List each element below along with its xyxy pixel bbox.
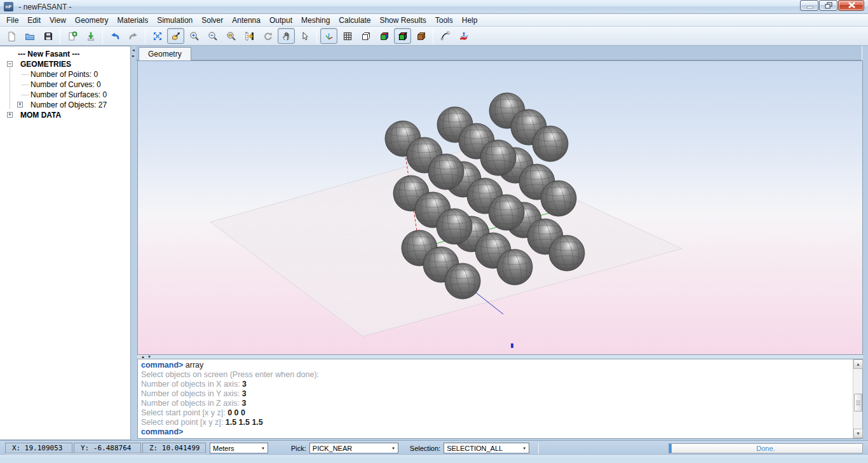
save-file-button[interactable] xyxy=(39,28,57,44)
menu-geometry[interactable]: Geometry xyxy=(71,15,113,26)
console-line: Number of objects in Y axis: 3 xyxy=(141,389,851,399)
menu-solver[interactable]: Solver xyxy=(197,15,227,26)
minimize-button[interactable] xyxy=(800,0,818,11)
command-console[interactable]: command> arraySelect objects on screen (… xyxy=(137,359,863,439)
sphere-object[interactable] xyxy=(549,235,585,272)
menu-simulation[interactable]: Simulation xyxy=(153,15,197,26)
import-file-button[interactable] xyxy=(82,28,99,44)
new-geometry-button[interactable] xyxy=(64,28,81,44)
zoom-in-button[interactable] xyxy=(186,28,203,44)
menubar: FileEditViewGeometryMaterialsSimulationS… xyxy=(0,14,868,27)
surface-normals-icon xyxy=(459,31,469,41)
sphere-object[interactable] xyxy=(445,263,480,300)
undo-button[interactable] xyxy=(106,28,123,44)
menu-tools[interactable]: Tools xyxy=(431,15,458,26)
main-area: --- New Fasant ---−GEOMETRIESNumber of P… xyxy=(0,46,868,440)
console-line: command> array xyxy=(141,361,851,370)
console-line: Number of objects in Z axis: 3 xyxy=(141,399,851,408)
sphere-object[interactable] xyxy=(532,125,568,162)
fit-view-button[interactable] xyxy=(149,28,166,44)
pick-label: Pick: xyxy=(291,445,306,452)
tree-item-number-of-points-0[interactable]: Number of Points: 0 xyxy=(31,69,98,79)
expand-icon[interactable]: + xyxy=(7,112,13,118)
menu-edit[interactable]: Edit xyxy=(23,15,45,26)
console-scrollbar[interactable]: ▲ ▼ xyxy=(853,359,862,438)
show-grid-button[interactable] xyxy=(339,28,356,44)
rotate-geometry-button[interactable] xyxy=(437,28,454,44)
sphere-object[interactable] xyxy=(428,153,464,190)
surface-normals-button[interactable] xyxy=(455,28,472,44)
menu-file[interactable]: File xyxy=(2,15,23,26)
console-line: Select start point [x y z]: 0 0 0 xyxy=(141,408,851,418)
menu-help[interactable]: Help xyxy=(458,15,482,26)
statusbar-separator xyxy=(538,443,539,454)
scrollbar-thumb[interactable] xyxy=(854,394,862,411)
zoom-out-button[interactable] xyxy=(204,28,221,44)
menu-output[interactable]: Output xyxy=(265,15,297,26)
menu-meshing[interactable]: Meshing xyxy=(297,15,334,26)
sphere-object[interactable] xyxy=(541,180,576,217)
pick-combo[interactable]: PICK_NEAR ▼ xyxy=(309,443,398,453)
pan-hand-button[interactable] xyxy=(278,28,295,44)
content-area: Geometry ▲ ▼ command> arraySelect object… xyxy=(136,46,868,440)
textured-mode-button[interactable] xyxy=(412,28,430,44)
coord-z: Z: 10.041499 xyxy=(142,443,206,453)
menu-show-results[interactable]: Show Results xyxy=(375,15,430,26)
sphere-object[interactable] xyxy=(489,194,524,231)
zoom-box-button[interactable] xyxy=(167,28,184,44)
tree-item-number-of-surfaces-0[interactable]: Number of Surfaces: 0 xyxy=(31,90,107,100)
tree-item-geometries[interactable]: GEOMETRIES xyxy=(20,59,71,69)
fit-view-icon xyxy=(153,31,163,41)
tree-connector xyxy=(22,74,29,75)
units-combo[interactable]: Meters ▼ xyxy=(210,443,268,453)
menu-antenna[interactable]: Antenna xyxy=(227,15,265,26)
viewport-3d[interactable] xyxy=(137,60,863,355)
sphere-object[interactable] xyxy=(480,139,516,176)
scroll-down-icon[interactable]: ▼ xyxy=(853,429,863,438)
sphere-object[interactable] xyxy=(497,249,532,286)
menu-materials[interactable]: Materials xyxy=(113,15,153,26)
tree-connector xyxy=(22,95,29,95)
titlebar[interactable]: nF - newFASANT - xyxy=(0,0,868,14)
restore-button[interactable] xyxy=(819,0,837,11)
scene-canvas[interactable] xyxy=(138,61,862,354)
menu-calculate[interactable]: Calculate xyxy=(334,15,375,26)
pick-combo-value: PICK_NEAR xyxy=(313,445,389,452)
tree-item-number-of-objects-27[interactable]: Number of Objects: 27 xyxy=(31,100,107,110)
close-button[interactable] xyxy=(838,0,864,11)
splitter-collapse-left-icon[interactable]: ◄ xyxy=(132,48,135,52)
pan-axis-icon xyxy=(245,31,255,41)
chevron-down-icon: ▼ xyxy=(391,446,395,450)
sphere-object[interactable] xyxy=(437,208,472,245)
redo-button[interactable] xyxy=(125,28,142,44)
vertical-splitter[interactable]: ◄ ► xyxy=(131,46,136,440)
tree-item-number-of-curves-0[interactable]: Number of Curves: 0 xyxy=(31,79,101,90)
pan-axis-button[interactable] xyxy=(241,28,258,44)
splitter-collapse-right-icon[interactable]: ► xyxy=(132,54,135,58)
chevron-down-icon: ▼ xyxy=(522,446,526,450)
show-axes-button[interactable] xyxy=(320,28,337,44)
menu-view[interactable]: View xyxy=(45,15,71,26)
wireframe-mode-button[interactable] xyxy=(357,28,374,44)
shaded-edges-mode-button[interactable] xyxy=(394,28,411,44)
zoom-window-button[interactable] xyxy=(222,28,240,44)
statusbar: X: 19.109053 Y: -6.488764 Z: 10.041499 M… xyxy=(0,440,868,455)
selection-combo[interactable]: SELECTION_ALL ▼ xyxy=(444,443,529,453)
new-geometry-icon xyxy=(67,31,78,41)
collapse-icon[interactable]: − xyxy=(7,61,13,67)
expand-icon[interactable]: + xyxy=(17,102,23,107)
open-file-button[interactable] xyxy=(21,28,38,44)
toolbar-separator xyxy=(145,29,146,44)
scroll-up-icon[interactable]: ▲ xyxy=(853,359,863,369)
console-line: Select objects on screen (Press enter wh… xyxy=(141,370,851,380)
shaded-mode-button[interactable] xyxy=(376,28,393,44)
progress-bar: Done. xyxy=(668,443,863,453)
app-icon-text: nF xyxy=(6,4,12,10)
coord-x: X: 19.109053 xyxy=(5,443,72,453)
rotate-view-button[interactable] xyxy=(259,28,276,44)
tree-root[interactable]: --- New Fasant --- xyxy=(18,49,79,59)
tree-item-mom-data[interactable]: MOM DATA xyxy=(20,110,61,120)
select-cursor-button[interactable] xyxy=(296,28,313,44)
new-file-button[interactable] xyxy=(3,28,20,44)
tab-geometry[interactable]: Geometry xyxy=(139,47,191,60)
